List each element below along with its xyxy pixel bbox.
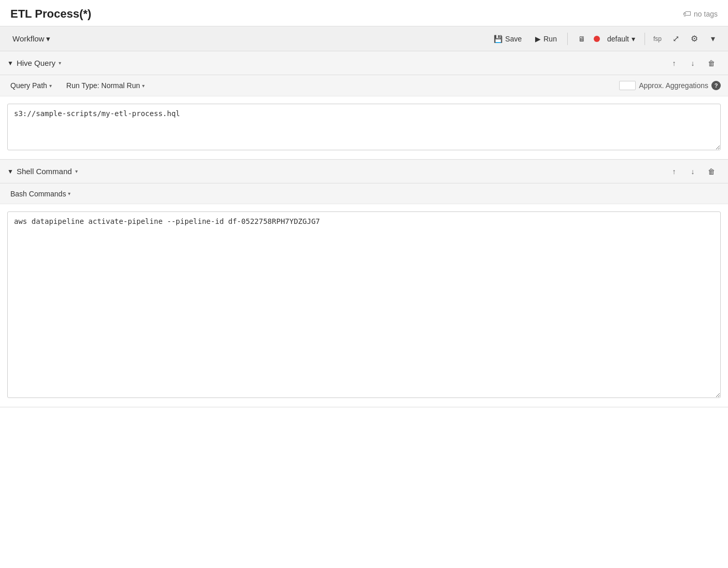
expand-button[interactable]: ⤢ [668,31,683,47]
tag-icon: 🏷 [683,9,691,19]
run-type-dropdown[interactable]: Run Type: Normal Run ▾ [63,79,148,92]
toolbar-divider-1 [567,33,568,45]
shell-command-caret: ▾ [75,168,78,174]
save-button[interactable]: 💾 Save [488,32,527,46]
shell-command-controls: ↑ ↓ 🗑 [665,162,721,181]
approx-toggle[interactable] [619,81,636,90]
run-label: Run [543,35,557,43]
shell-trash-icon: 🗑 [708,167,715,176]
trash-icon: 🗑 [708,59,715,67]
hive-query-title: Hive Query [17,59,55,67]
query-textarea-container [0,96,728,159]
shell-command-title: Shell Command [17,167,72,176]
up-arrow-icon: ↑ [673,59,676,67]
no-tags-area: 🏷 no tags [683,9,718,19]
bash-commands-caret: ▾ [68,191,71,196]
bash-commands-label: Bash Commands [10,190,66,198]
shell-up-arrow-icon: ↑ [673,167,676,176]
shell-command-title-area[interactable]: ▼ Shell Command ▾ [7,167,665,176]
cluster-icon: 🖥 [578,35,585,43]
save-icon: 💾 [494,35,502,43]
shell-command-chevron: ▼ [7,168,13,175]
run-button[interactable]: ▶ Run [530,32,562,46]
hive-query-down-button[interactable]: ↓ [683,54,702,73]
default-caret: ▾ [632,35,635,43]
shell-command-section: ▼ Shell Command ▾ ↑ ↓ 🗑 Bash Commands ▾ [0,160,728,407]
more-icon: ▾ [711,34,715,44]
more-button[interactable]: ▾ [705,31,721,47]
expand-icon: ⤢ [673,34,679,44]
hive-query-chevron: ▼ [7,60,13,67]
bash-textarea[interactable] [7,211,721,398]
save-label: Save [505,35,522,43]
run-type-label: Run Type: Normal Run [66,81,140,90]
page-title: ETL Process(*) [10,7,91,21]
shell-command-delete-button[interactable]: 🗑 [702,162,721,181]
shell-down-arrow-icon: ↓ [691,167,695,176]
workflow-label: Workflow [12,34,44,43]
hive-query-delete-button[interactable]: 🗑 [702,54,721,73]
page-header: ETL Process(*) 🏷 no tags [0,0,728,26]
hive-query-controls: ↑ ↓ 🗑 [665,54,721,73]
run-type-caret: ▾ [142,83,145,89]
query-path-row: Query Path ▾ Run Type: Normal Run ▾ Appr… [0,75,728,96]
default-label: default [607,35,629,43]
approx-label: Approx. Aggregations [639,81,708,90]
status-dot [594,36,600,42]
down-arrow-icon: ↓ [691,59,695,67]
approx-area: Approx. Aggregations ? [619,81,721,90]
help-icon[interactable]: ? [711,81,721,90]
run-icon: ▶ [535,35,541,43]
toolbar: Workflow ▾ 💾 Save ▶ Run 🖥 default ▾ fsp … [0,26,728,51]
gear-icon: ⚙ [691,34,698,44]
no-tags-label: no tags [694,10,718,18]
hive-query-up-button[interactable]: ↑ [665,54,683,73]
bash-commands-dropdown[interactable]: Bash Commands ▾ [7,188,74,200]
toolbar-divider-2 [645,33,645,45]
cluster-button[interactable]: 🖥 [573,32,591,46]
hive-query-title-area[interactable]: ▼ Hive Query ▾ [7,59,665,67]
query-path-label: Query Path [10,81,47,90]
toolbar-actions: 💾 Save ▶ Run 🖥 default ▾ fsp ⤢ ⚙ ▾ [488,31,721,47]
workflow-caret: ▾ [46,34,50,44]
default-dropdown[interactable]: default ▾ [603,33,639,45]
fsp-label: fsp [650,35,665,42]
workflow-dropdown[interactable]: Workflow ▾ [7,30,55,48]
hive-query-section: ▼ Hive Query ▾ ↑ ↓ 🗑 Query Path ▾ Run Ty… [0,51,728,160]
hive-query-caret: ▾ [59,60,61,66]
bash-commands-row: Bash Commands ▾ [0,183,728,204]
hive-query-header: ▼ Hive Query ▾ ↑ ↓ 🗑 [0,51,728,75]
settings-button[interactable]: ⚙ [687,31,702,47]
shell-command-down-button[interactable]: ↓ [683,162,702,181]
shell-command-header: ▼ Shell Command ▾ ↑ ↓ 🗑 [0,160,728,183]
shell-command-up-button[interactable]: ↑ [665,162,683,181]
query-path-caret: ▾ [49,83,52,89]
bash-textarea-container [0,204,728,407]
query-path-dropdown[interactable]: Query Path ▾ [7,79,55,92]
query-textarea[interactable] [7,104,721,150]
